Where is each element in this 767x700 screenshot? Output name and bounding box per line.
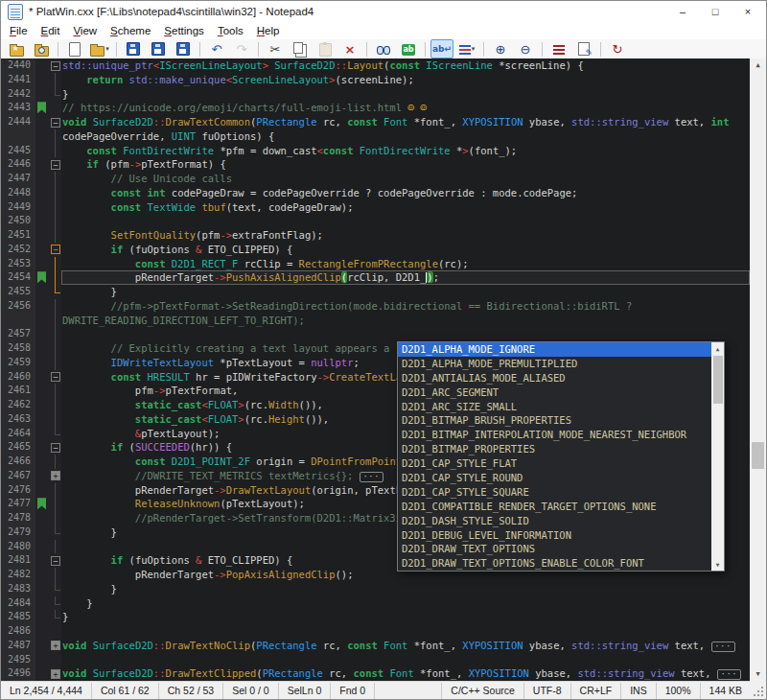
fold-margin[interactable]: [49, 144, 61, 158]
bookmark-margin[interactable]: [35, 214, 49, 228]
menu-item-help[interactable]: Help: [250, 22, 287, 39]
fold-margin[interactable]: [49, 299, 61, 314]
fold-margin[interactable]: +: [49, 666, 61, 681]
scrollbar-thumb[interactable]: [752, 442, 764, 469]
code-line[interactable]: 2483 }: [1, 582, 766, 596]
code-line[interactable]: 2451 SetFontQuality(pfm->extraFontFlag);: [1, 228, 766, 243]
line-number[interactable]: 2464: [1, 427, 35, 441]
code-line[interactable]: 2440−std::unique_ptr<IScreenLineLayout> …: [1, 58, 766, 73]
fold-margin[interactable]: [49, 270, 61, 285]
line-number[interactable]: [1, 314, 35, 328]
autocomplete-item[interactable]: D2D1_COMPATIBLE_RENDER_TARGET_OPTIONS_NO…: [398, 500, 711, 514]
fold-margin[interactable]: [49, 200, 61, 215]
fold-margin[interactable]: [49, 314, 61, 328]
autocomplete-item[interactable]: D2D1_CAP_STYLE_SQUARE: [398, 485, 711, 500]
status-cell-zoom[interactable]: 100%: [656, 683, 700, 699]
line-number[interactable]: 2447: [1, 172, 35, 186]
line-number[interactable]: 2456: [1, 299, 35, 314]
bookmark-margin[interactable]: [35, 497, 49, 511]
line-number[interactable]: 2448: [1, 186, 35, 200]
menu-item-settings[interactable]: Settings: [157, 22, 211, 39]
bookmark-margin[interactable]: [35, 285, 49, 299]
bookmark-margin[interactable]: [35, 469, 49, 483]
editor-surface[interactable]: 2440−std::unique_ptr<IScreenLineLayout> …: [1, 58, 766, 682]
bookmark-margin[interactable]: [35, 58, 49, 73]
fold-margin[interactable]: [49, 398, 61, 412]
line-number[interactable]: 2442: [1, 87, 35, 102]
code-line[interactable]: 2442}: [1, 87, 766, 102]
line-number[interactable]: 2445: [1, 144, 35, 158]
fold-margin[interactable]: [49, 172, 61, 186]
fold-margin[interactable]: −: [49, 58, 61, 73]
bookmark-margin[interactable]: [35, 596, 49, 611]
bookmark-margin[interactable]: [35, 186, 49, 200]
fold-margin[interactable]: [49, 427, 61, 441]
fold-margin[interactable]: [49, 214, 61, 228]
bookmark-margin[interactable]: [35, 115, 49, 129]
code-line[interactable]: 2456 //pfm->pTextFormat->SetReadingDirec…: [1, 299, 766, 314]
line-number[interactable]: 2482: [1, 568, 35, 582]
line-number[interactable]: 2446: [1, 157, 35, 172]
fold-toggle-icon[interactable]: −: [51, 118, 60, 128]
autocomplete-item[interactable]: D2D1_ARC_SIZE_SMALL: [398, 400, 711, 414]
fold-toggle-icon[interactable]: −: [51, 372, 60, 382]
bookmark-margin[interactable]: [35, 243, 49, 257]
line-number[interactable]: 2449: [1, 200, 35, 215]
bookmark-margin[interactable]: [35, 666, 49, 681]
favorites-button[interactable]: [5, 39, 28, 58]
autocomplete-scroll-down-icon[interactable]: ▼: [711, 558, 724, 571]
dropdown-arrow-icon[interactable]: ▾: [472, 45, 476, 53]
fold-margin[interactable]: −: [49, 440, 61, 455]
menu-item-view[interactable]: View: [66, 22, 104, 39]
line-number[interactable]: 2441: [1, 73, 35, 87]
autocomplete-item[interactable]: D2D1_CAP_STYLE_FLAT: [398, 456, 711, 471]
line-number[interactable]: 2450: [1, 214, 35, 228]
line-number[interactable]: [1, 129, 35, 144]
open-file-button[interactable]: ▾: [88, 39, 111, 58]
line-number[interactable]: 2451: [1, 228, 35, 243]
line-number[interactable]: 2484: [1, 596, 35, 611]
line-number[interactable]: 2486: [1, 624, 35, 639]
bookmark-margin[interactable]: [35, 341, 49, 356]
code-line[interactable]: 2447 // Use Unicode calls: [1, 172, 766, 186]
autocomplete-item[interactable]: D2D1_ALPHA_MODE_PREMULTIPLIED: [398, 357, 711, 371]
bookmark-margin[interactable]: [35, 314, 49, 328]
autocomplete-item[interactable]: D2D1_DRAW_TEXT_OPTIONS: [398, 542, 711, 556]
editor-vertical-scrollbar[interactable]: ▲ ▼: [750, 58, 766, 682]
fold-toggle-icon[interactable]: +: [51, 669, 60, 679]
code-line[interactable]: 2496+void SurfaceD2D::DrawTextClipped(PR…: [1, 666, 766, 681]
fold-margin[interactable]: [49, 129, 61, 144]
scheme-select-button[interactable]: ▾: [455, 39, 478, 58]
bookmark-margin[interactable]: [35, 653, 49, 667]
bookmark-margin[interactable]: [35, 412, 49, 427]
fold-margin[interactable]: [49, 568, 61, 582]
line-number[interactable]: 2461: [1, 384, 35, 398]
line-number[interactable]: 2455: [1, 285, 35, 299]
line-number[interactable]: 2485: [1, 610, 35, 624]
code-line[interactable]: codePageOverride, UINT fuOptions) {: [1, 129, 766, 144]
code-line[interactable]: 2485}: [1, 610, 766, 624]
code-line[interactable]: 2446− if (pfm->pTextFormat) {: [1, 157, 766, 172]
code-line[interactable]: 2449 const TextWide tbuf(text, codePageD…: [1, 200, 766, 215]
code-line[interactable]: 2441 return std::make_unique<ScreenLineL…: [1, 73, 766, 87]
fold-margin[interactable]: +: [49, 469, 61, 483]
dropdown-arrow-icon[interactable]: ▾: [105, 45, 109, 53]
save-button[interactable]: [122, 39, 145, 58]
line-number[interactable]: 2478: [1, 511, 35, 525]
fold-margin[interactable]: [49, 525, 61, 540]
code-line[interactable]: 2448 const int codePageDraw = codePageOv…: [1, 186, 766, 200]
autocomplete-item[interactable]: D2D1_DASH_STYLE_SOLID: [398, 514, 711, 528]
paste-button[interactable]: [314, 39, 337, 58]
replace-button[interactable]: [397, 39, 420, 58]
word-wrap-button[interactable]: [430, 39, 453, 58]
bookmark-margin[interactable]: [35, 299, 49, 314]
delete-button[interactable]: ×: [338, 39, 361, 58]
line-number[interactable]: 2481: [1, 553, 35, 568]
autocomplete-item[interactable]: D2D1_ALPHA_MODE_IGNORE: [398, 342, 711, 357]
fold-toggle-icon[interactable]: −: [51, 556, 60, 566]
code-line[interactable]: 2457: [1, 327, 766, 341]
fold-toggle-icon[interactable]: −: [51, 160, 60, 170]
bookmark-margin[interactable]: [35, 87, 49, 102]
line-number[interactable]: 2479: [1, 525, 35, 540]
bookmark-margin[interactable]: [35, 172, 49, 186]
